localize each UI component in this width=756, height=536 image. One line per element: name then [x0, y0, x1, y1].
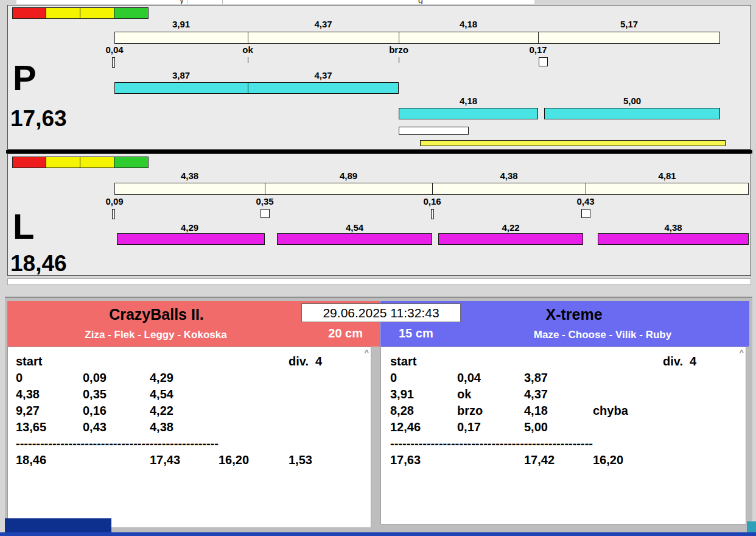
run-bar-segment	[545, 108, 719, 119]
result-row: 4,38 0,35 4,54	[16, 386, 371, 403]
ruler-segment-label: 4,38	[432, 171, 586, 181]
left-results-panel: ^ start div. 4 0 0,09 4,29 4,38 0,35 4,5…	[7, 347, 371, 528]
fault-checkbox[interactable]	[581, 209, 590, 218]
lane-p-run-bar-2b	[544, 108, 720, 119]
results-header-row: start div. 4	[390, 353, 746, 370]
ruler-segment	[265, 183, 433, 194]
scrollbar-up-icon[interactable]: ^	[364, 348, 369, 356]
start-tick-marker	[112, 209, 115, 219]
run-time-label: 4,22	[438, 222, 583, 233]
tick-marker	[431, 209, 434, 219]
split-mark-label: 0,16	[405, 196, 460, 206]
light-red	[12, 7, 46, 19]
split-mark-label: ok	[220, 44, 275, 55]
fault-checkbox[interactable]	[261, 209, 270, 218]
split-mark-label: 0,09	[87, 196, 142, 206]
toolbar-separator	[187, 0, 187, 5]
lane-l-panel: 4,38 4,89 4,38 4,81 0,09 0,35 0,16 0,43 …	[7, 153, 751, 276]
lane-p-letter: P	[13, 60, 37, 96]
window-bottom-border	[0, 532, 756, 536]
run-bar-segment	[598, 234, 748, 244]
result-row: 3,91 ok 4,37	[390, 386, 746, 403]
run-time-label: 3,87	[114, 70, 248, 80]
fault-checkbox[interactable]	[539, 57, 548, 66]
lane-l-run-bar-1	[117, 233, 265, 245]
lane-l-run-bar-4	[598, 233, 749, 245]
start-label: start	[16, 353, 83, 370]
scoreboard-panel: CrazyBalls II. Ziza - Flek - Leggy - Kok…	[5, 297, 752, 532]
ruler-segment-label: 5,17	[538, 19, 720, 29]
division-label: div. 4	[663, 353, 746, 370]
totals-row: 18,46 17,43 16,20 1,53	[16, 452, 371, 468]
progress-bar-empty	[399, 127, 469, 135]
scrollbar-up-icon[interactable]: ^	[739, 348, 744, 356]
result-row: 9,27 0,16 4,22	[16, 403, 371, 419]
lane-l-total-time: 18,46	[10, 252, 67, 275]
run-bar-segment	[399, 108, 537, 119]
left-team-members: Ziza - Flek - Leggy - Kokoska	[7, 329, 380, 341]
window-top-edge-fragment: y g	[16, 0, 534, 5]
left-height-class: 20 cm	[328, 326, 363, 340]
lane-p-ruler-bar	[114, 32, 720, 44]
run-bar-segment	[117, 234, 264, 244]
run-time-label: 4,37	[248, 70, 399, 80]
run-time-label: 4,18	[399, 96, 538, 106]
ruler-segment	[399, 32, 539, 43]
toolbar-separator	[222, 0, 223, 5]
tick-marker	[248, 57, 248, 63]
results-header-row: start div. 4	[16, 353, 371, 370]
result-row: 13,65 0,43 4,38	[16, 419, 371, 436]
run-bar-segment	[115, 83, 248, 93]
total-time: 18,46	[16, 452, 83, 468]
ruler-segment-label: 4,37	[248, 19, 399, 29]
light-yellow-2	[80, 7, 114, 19]
progress-bar-yellow	[420, 140, 726, 146]
datetime-display: 29.06.2025 11:32:43	[301, 303, 461, 322]
separator-strip	[7, 278, 751, 285]
dashed-separator: ----------------------------------------…	[390, 436, 746, 452]
lane-l-ruler-bar	[114, 183, 749, 195]
right-team-members: Maze - Choose - Vilík - Ruby	[380, 329, 749, 341]
ruler-segment	[539, 32, 719, 43]
start-label: start	[390, 353, 457, 370]
run-bar-segment	[248, 83, 398, 93]
result-row: 12,46 0,17 5,00	[390, 419, 746, 436]
split-mark-label: 0,04	[87, 44, 142, 55]
light-yellow-1	[46, 157, 80, 168]
ruler-segment	[115, 183, 265, 194]
lane-l-ruler-labels: 4,38 4,89 4,38 4,81	[114, 171, 749, 181]
ruler-segment-label: 4,81	[586, 171, 749, 181]
toolbar-text-fragment: g	[418, 0, 423, 5]
split-mark-label: 0,17	[511, 44, 565, 55]
tick-marker	[399, 57, 399, 63]
ruler-segment-label: 4,38	[114, 171, 265, 181]
ruler-segment	[586, 183, 748, 194]
lane-p-run-bar-1	[114, 82, 399, 94]
light-green	[114, 7, 149, 19]
run-time-label: 4,38	[598, 222, 749, 233]
split-mark-label: brzo	[371, 44, 426, 55]
lane-l-run-bar-3	[438, 233, 583, 245]
right-results-panel: ^ start div. 4 0 0,04 3,87 3,91 ok 4,37 …	[380, 347, 746, 524]
lane-l-run-bar-2	[277, 233, 432, 245]
lane-l-letter: L	[13, 209, 34, 244]
fault-label: chyba	[593, 403, 663, 419]
ruler-segment-label: 3,91	[114, 19, 248, 29]
run-time-label: 4,54	[277, 222, 432, 233]
light-red	[12, 157, 46, 168]
ruler-segment-label: 4,18	[399, 19, 538, 29]
lane-p-run-bar-2a	[399, 108, 538, 119]
right-height-class: 15 cm	[399, 326, 433, 340]
ruler-segment	[248, 32, 399, 43]
total-time: 17,63	[390, 452, 457, 468]
result-row: 0 0,04 3,87	[390, 370, 746, 386]
lane-p-status-lights	[12, 7, 149, 19]
ruler-segment	[433, 183, 586, 194]
run-time-label: 5,00	[544, 96, 720, 106]
totals-row: 17,63 17,42 16,20	[390, 452, 746, 468]
dashed-separator: ----------------------------------------…	[16, 436, 371, 452]
start-tick-marker	[112, 57, 115, 68]
lane-l-status-lights	[12, 157, 149, 168]
toolbar-text-fragment: y	[180, 0, 184, 5]
ruler-segment	[115, 32, 248, 43]
